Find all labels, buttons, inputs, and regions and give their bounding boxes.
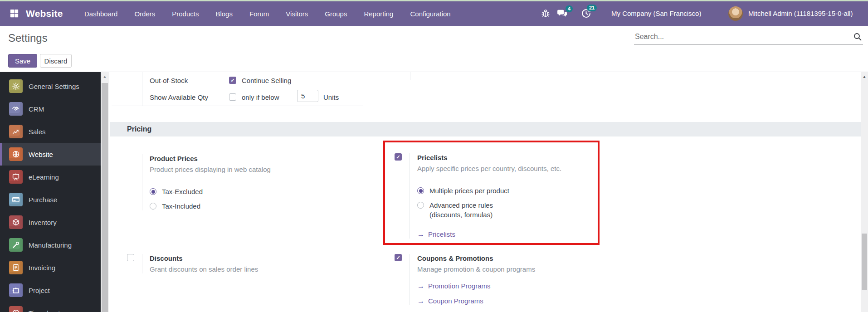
pricing-section-header: Pricing: [110, 122, 861, 136]
arrow-right-icon: →: [417, 297, 424, 305]
menu-blogs[interactable]: Blogs: [215, 10, 233, 18]
setting-title: Discounts: [150, 254, 258, 263]
coupons-promotions-setting: ✓ Coupons & Promotions Manage promotion …: [395, 254, 585, 305]
wrench-icon: [9, 238, 23, 252]
menu-reporting[interactable]: Reporting: [364, 10, 393, 18]
arrow-right-icon: →: [417, 282, 424, 290]
company-switcher[interactable]: My Company (San Francisco): [611, 1, 701, 26]
handshake-icon: [9, 102, 23, 116]
sidebar-item-inventory[interactable]: Inventory: [0, 211, 101, 234]
messages-count-badge: 4: [566, 5, 573, 12]
clock-icon: [9, 306, 23, 312]
sidebar-item-website[interactable]: Website: [0, 143, 101, 166]
sidebar-item-project[interactable]: Project: [0, 279, 101, 302]
sidebar-item-elearning[interactable]: eLearning: [0, 166, 101, 188]
sidebar-item-label: Manufacturing: [29, 241, 72, 249]
only-if-below-label[interactable]: only if below: [242, 93, 279, 101]
app-brand-website[interactable]: Website: [26, 1, 63, 26]
user-menu[interactable]: Mitchell Admin (11181395-15-0-all): [748, 1, 853, 26]
invoice-icon: [9, 261, 23, 274]
save-button[interactable]: Save: [8, 54, 37, 68]
content-scrollbar-thumb[interactable]: [862, 234, 867, 290]
scroll-up-arrow-icon[interactable]: ▲: [101, 73, 109, 80]
search-box: [634, 30, 863, 44]
check-icon: ✓: [396, 255, 400, 260]
menu-orders[interactable]: Orders: [134, 10, 155, 18]
presentation-icon: [9, 170, 23, 184]
sidebar-item-timesheets[interactable]: Timesheets: [0, 302, 101, 312]
setting-subtitle: Apply specific prices per country, disco…: [417, 164, 561, 173]
coupons-checkbox[interactable]: ✓: [395, 254, 402, 261]
discard-button[interactable]: Discard: [40, 54, 72, 68]
qty-threshold-input[interactable]: [297, 90, 318, 102]
radio-selected-icon[interactable]: [150, 188, 156, 195]
sidebar-item-label: Project: [29, 287, 50, 294]
sidebar-item-sales[interactable]: Sales: [0, 120, 101, 143]
odoo-settings-page: Website Dashboard Orders Products Blogs …: [0, 0, 868, 312]
puzzle-icon: [9, 283, 23, 297]
units-label: Units: [323, 93, 339, 101]
divider: [112, 106, 363, 106]
radio-option-tax-included[interactable]: Tax-Included: [150, 202, 271, 210]
only-if-below-checkbox[interactable]: [229, 93, 236, 101]
radio-option-multiple-prices[interactable]: Multiple prices per product: [417, 186, 561, 195]
sidebar-item-label: Timesheets: [29, 309, 63, 312]
scroll-up-arrow-icon[interactable]: ▲: [861, 74, 868, 79]
bug-icon[interactable]: [541, 8, 551, 18]
setting-subtitle: Grant discounts on sales order lines: [150, 265, 258, 273]
search-input[interactable]: [634, 31, 848, 43]
pricelists-checkbox[interactable]: ✓: [395, 153, 402, 161]
box-icon: [9, 215, 23, 229]
divider: [410, 72, 410, 80]
credit-card-icon: [9, 193, 23, 206]
checkbox-cell: ✓: [395, 153, 410, 239]
radio-unselected-icon[interactable]: [150, 203, 156, 210]
divider: [142, 72, 142, 106]
menu-dashboard[interactable]: Dashboard: [84, 10, 117, 18]
sidebar-item-purchase[interactable]: Purchase: [0, 188, 101, 211]
promotion-programs-link[interactable]: → Promotion Programs: [417, 282, 535, 290]
sidebar-scrollbar-thumb[interactable]: [102, 83, 108, 312]
sidebar-item-label: Purchase: [29, 196, 57, 204]
menu-visitors[interactable]: Visitors: [286, 10, 308, 18]
coupon-programs-link[interactable]: → Coupon Programs: [417, 297, 535, 305]
setting-title: Coupons & Promotions: [417, 254, 535, 263]
check-icon: ✓: [396, 155, 400, 160]
sidebar-item-manufacturing[interactable]: Manufacturing: [0, 234, 101, 256]
content-scrollbar[interactable]: ▲: [861, 72, 868, 312]
continue-selling-checkbox[interactable]: ✓: [229, 77, 236, 84]
setting-subtitle: Product prices displaying in web catalog: [150, 165, 271, 174]
radio-option-advanced-rules[interactable]: Advanced price rules: [417, 201, 561, 210]
activities-count-badge: 21: [587, 5, 597, 11]
radio-option-tax-excluded[interactable]: Tax-Excluded: [150, 187, 271, 196]
show-available-qty-label: Show Available Qty: [150, 93, 208, 101]
sidebar-item-invoicing[interactable]: Invoicing: [0, 256, 101, 279]
setting-title: Pricelists: [417, 153, 561, 162]
radio-unselected-icon[interactable]: [417, 202, 424, 209]
sidebar-item-label: Website: [29, 151, 53, 158]
discounts-setting: Discounts Grant discounts on sales order…: [127, 254, 340, 273]
sidebar-item-crm[interactable]: CRM: [0, 98, 101, 120]
menu-groups[interactable]: Groups: [325, 10, 347, 18]
radio-option-note: (discounts, formulas): [429, 210, 561, 219]
page-title: Settings: [8, 32, 48, 44]
sidebar-scrollbar[interactable]: ▲: [101, 72, 109, 312]
arrow-right-icon: →: [417, 230, 424, 239]
menu-forum[interactable]: Forum: [249, 10, 269, 18]
sidebar-item-general-settings[interactable]: General Settings: [0, 75, 101, 98]
discounts-checkbox[interactable]: [127, 254, 134, 261]
apps-grid-icon[interactable]: [9, 8, 20, 19]
continue-selling-label[interactable]: Continue Selling: [242, 77, 291, 84]
menu-products[interactable]: Products: [172, 10, 199, 18]
user-avatar[interactable]: [728, 6, 743, 21]
radio-selected-icon[interactable]: [417, 187, 424, 194]
pricing-section-title: Pricing: [110, 122, 861, 136]
line-chart-icon: [9, 125, 23, 138]
pricelists-link[interactable]: → Pricelists: [417, 230, 561, 239]
sidebar-item-label: CRM: [29, 105, 44, 113]
menu-configuration[interactable]: Configuration: [410, 10, 450, 18]
sidebar-item-label: Invoicing: [29, 264, 55, 272]
search-icon[interactable]: [853, 32, 862, 43]
pricelists-setting: ✓ Pricelists Apply specific prices per c…: [395, 153, 585, 239]
setting-title: Product Prices: [150, 154, 271, 163]
